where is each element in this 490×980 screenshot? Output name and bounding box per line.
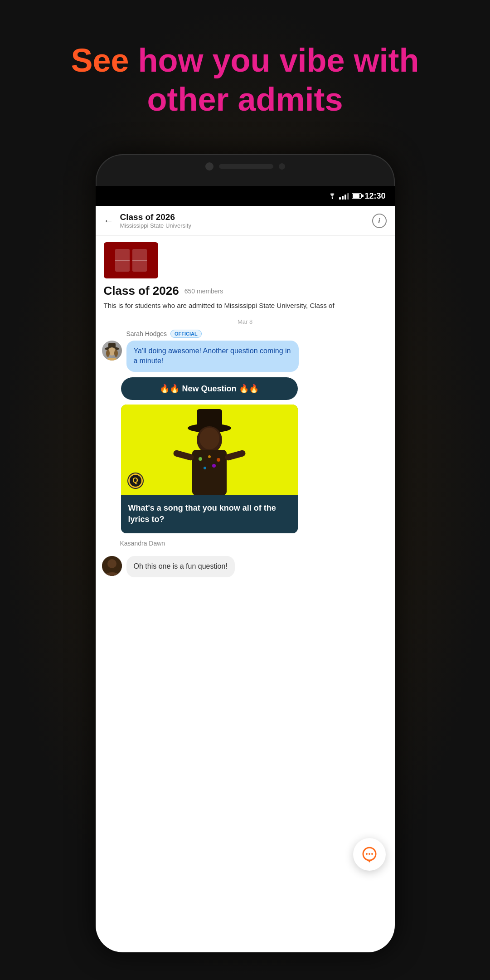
- question-card[interactable]: Q What's a song that you know all of the…: [121, 405, 298, 533]
- svg-point-27: [366, 853, 368, 855]
- header-title: Class of 2026: [120, 212, 372, 222]
- sarah-message-container: Sarah Hodges OFFICIAL: [96, 330, 395, 372]
- app-header: ← Class of 2026 Mississippi State Univer…: [96, 206, 395, 236]
- phone-frame: 12:30 ← Class of 2026 Mississippi State …: [96, 154, 395, 952]
- kasandra-name: Kasandra Dawn: [120, 540, 395, 547]
- svg-rect-21: [172, 449, 194, 461]
- kasandra-avatar: [102, 556, 122, 576]
- svg-point-18: [217, 458, 220, 462]
- group-description: This is for students who are admitted to…: [104, 301, 387, 310]
- question-image: Q: [121, 405, 298, 495]
- back-button[interactable]: ←: [104, 215, 114, 227]
- chat-icon-svg: [361, 846, 378, 863]
- sarah-chat-bubble: Ya'll doing awesome! Another question co…: [126, 341, 299, 372]
- kasandra-message-section: Kasandra Dawn Oh this one is a fun quest…: [96, 540, 395, 577]
- svg-point-9: [114, 350, 118, 357]
- signal-bar-2: [342, 196, 344, 200]
- svg-rect-12: [197, 409, 222, 429]
- status-time: 12:30: [364, 191, 385, 201]
- svg-point-8: [106, 350, 110, 357]
- chat-icon: [359, 844, 379, 864]
- svg-rect-22: [224, 449, 246, 461]
- sarah-message-row: Ya'll doing awesome! Another question co…: [102, 341, 388, 372]
- phone-top-sensors: [205, 162, 285, 171]
- signal-icon: [339, 192, 349, 200]
- battery-icon: [352, 193, 362, 199]
- info-button[interactable]: i: [372, 214, 387, 228]
- signal-bar-4: [347, 193, 349, 200]
- speaker: [219, 164, 273, 169]
- signal-bar-1: [339, 197, 341, 200]
- app-screen: ← Class of 2026 Mississippi State Univer…: [96, 206, 395, 952]
- floating-chat-button[interactable]: [353, 838, 386, 871]
- hero-other-admits: other admits: [147, 81, 343, 117]
- header-subtitle: Mississippi State University: [120, 222, 372, 229]
- signal-bar-3: [344, 195, 346, 200]
- svg-point-24: [107, 559, 116, 568]
- question-bottom: What's a song that you know all of the l…: [121, 495, 298, 533]
- header-title-section: Class of 2026 Mississippi State Universi…: [120, 212, 372, 229]
- new-question-button[interactable]: 🔥🔥 New Question 🔥🔥: [121, 377, 298, 400]
- group-banner: [104, 242, 158, 278]
- date-separator: Mar 8: [96, 310, 395, 330]
- question-card-image-svg: [164, 405, 255, 495]
- sender-row: Sarah Hodges OFFICIAL: [126, 330, 388, 338]
- official-badge: OFFICIAL: [170, 330, 202, 338]
- kasandra-message-row: Oh this one is a fun question!: [96, 550, 395, 577]
- status-icons: 12:30: [328, 191, 385, 201]
- group-name-row: Class of 2026 650 members: [104, 284, 387, 298]
- group-banner-logo: [113, 247, 149, 274]
- content-area: Class of 2026 650 members This is for st…: [96, 236, 395, 952]
- group-info: Class of 2026 650 members This is for st…: [96, 278, 395, 310]
- group-name: Class of 2026: [104, 284, 179, 298]
- member-count: 650 members: [184, 288, 223, 295]
- svg-point-10: [106, 358, 118, 361]
- svg-point-19: [204, 467, 206, 469]
- battery-fill: [353, 194, 359, 198]
- wifi-icon: [328, 193, 336, 199]
- svg-point-17: [208, 455, 211, 458]
- svg-point-0: [332, 198, 333, 199]
- front-camera: [205, 162, 213, 171]
- sarah-avatar: [102, 341, 122, 361]
- hero-see: See: [71, 42, 129, 78]
- svg-point-16: [199, 457, 202, 461]
- kasandra-chat-bubble: Oh this one is a fun question!: [126, 556, 235, 577]
- question-text: What's a song that you know all of the l…: [128, 502, 291, 525]
- hero-section: See how you vibe with other admits: [0, 41, 490, 119]
- hero-how-you-vibe-with: how you vibe with: [129, 42, 419, 78]
- status-bar: 12:30: [96, 186, 395, 206]
- q-icon: Q: [128, 473, 143, 488]
- sensor: [279, 163, 285, 170]
- svg-point-14: [199, 428, 219, 449]
- sarah-avatar-svg: [102, 341, 122, 361]
- svg-point-29: [371, 853, 373, 855]
- question-icon-overlay: Q: [127, 473, 144, 489]
- kasandra-avatar-svg: [102, 556, 122, 576]
- svg-point-20: [212, 464, 216, 468]
- sender-name: Sarah Hodges: [126, 330, 167, 337]
- svg-point-28: [369, 853, 370, 855]
